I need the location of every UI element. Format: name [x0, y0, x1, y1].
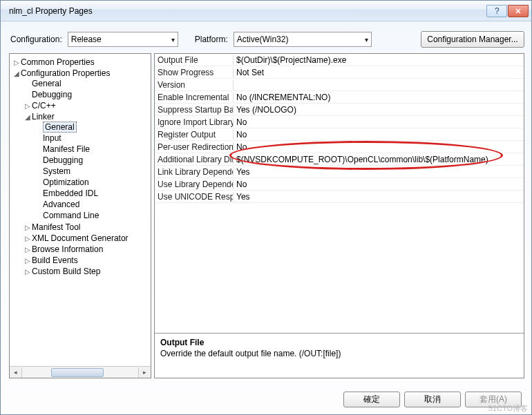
property-name: Use UNICODE Response Files: [155, 192, 234, 202]
property-value[interactable]: $(NVSDKCOMPUTE_ROOT)\OpenCL\common\lib\$…: [234, 155, 524, 164]
property-grid-panel: Output File$(OutDir)\$(ProjectName).exeS…: [154, 53, 524, 378]
tree-item-label: General: [32, 79, 61, 88]
property-row[interactable]: Output File$(OutDir)\$(ProjectName).exe: [155, 54, 524, 66]
expand-icon[interactable]: ▷: [25, 268, 32, 276]
tree-item[interactable]: General: [35, 122, 146, 133]
property-row[interactable]: Additional Library Directories$(NVSDKCOM…: [155, 153, 524, 166]
tree-item-label: Build Events: [32, 255, 78, 265]
property-value[interactable]: Yes: [234, 167, 524, 177]
property-row[interactable]: Suppress Startup BannerYes (/NOLOGO): [155, 104, 524, 116]
tree-item[interactable]: ▷Build Events: [23, 255, 148, 266]
tree-item[interactable]: Advanced: [35, 199, 146, 210]
expand-icon[interactable]: ▷: [25, 224, 32, 231]
tree-item-label: Debugging: [43, 155, 83, 165]
property-value[interactable]: Yes (/NOLOGO): [234, 105, 524, 115]
expand-icon[interactable]: ◢: [14, 70, 21, 77]
expand-icon[interactable]: ▷: [25, 246, 32, 253]
configuration-value: Release: [71, 35, 102, 44]
description-pane: Output File Override the default output …: [155, 333, 524, 378]
expand-icon[interactable]: ◢: [25, 113, 32, 121]
tree-item[interactable]: ▷C/C++: [23, 100, 148, 111]
property-value[interactable]: Yes: [234, 192, 524, 202]
tree-panel: ▷Common Properties◢Configuration Propert…: [9, 53, 151, 378]
scroll-left-button[interactable]: ◂: [10, 367, 21, 378]
tree-item[interactable]: Manifest File: [35, 144, 146, 155]
property-tree[interactable]: ▷Common Properties◢Configuration Propert…: [10, 54, 151, 366]
cancel-button[interactable]: 取消: [404, 392, 461, 407]
ok-button[interactable]: 確定: [343, 392, 400, 407]
tree-item-label: Manifest Tool: [32, 222, 80, 232]
tree-item-label: Custom Build Step: [32, 267, 100, 276]
tree-item-label: Browse Information: [32, 244, 103, 254]
platform-select[interactable]: Active(Win32) ▾: [234, 32, 372, 47]
tree-item[interactable]: ▷Manifest Tool: [23, 222, 148, 233]
property-row[interactable]: Register OutputNo: [155, 128, 524, 141]
property-row[interactable]: Use Library Dependency InputsNo: [155, 178, 524, 191]
configuration-label: Configuration:: [10, 35, 62, 44]
tree-item-label: Common Properties: [21, 57, 95, 67]
tree-item-label: Optimization: [43, 177, 89, 187]
window-title: nlm_cl Property Pages: [3, 6, 486, 16]
property-name: Show Progress: [155, 68, 234, 77]
tree-item[interactable]: Debugging: [23, 89, 148, 100]
svg-text:?: ?: [495, 8, 500, 15]
tree-item[interactable]: General: [23, 78, 148, 89]
property-name: Use Library Dependency Inputs: [155, 180, 234, 189]
tree-item[interactable]: ▷XML Document Generator: [23, 233, 148, 244]
tree-item[interactable]: ▷Browse Information: [23, 244, 148, 255]
description-text: Override the default output file name. (…: [160, 349, 518, 358]
close-button[interactable]: [508, 5, 529, 17]
tree-item[interactable]: System: [35, 166, 146, 177]
tree-item[interactable]: ◢Configuration PropertiesGeneralDebuggin…: [12, 68, 149, 278]
scroll-track[interactable]: [21, 367, 139, 378]
titlebar[interactable]: nlm_cl Property Pages ?: [1, 1, 531, 21]
property-name: Output File: [155, 55, 234, 65]
property-row[interactable]: Per-user RedirectionNo: [155, 141, 524, 153]
dialog-footer: 確定 取消 套用(A): [1, 384, 531, 414]
tree-item-label: Command Line: [43, 211, 99, 220]
property-value[interactable]: No (/INCREMENTAL:NO): [234, 93, 524, 102]
tree-item[interactable]: Debugging: [35, 155, 146, 166]
scroll-right-button[interactable]: ▸: [139, 367, 151, 378]
property-grid[interactable]: Output File$(OutDir)\$(ProjectName).exeS…: [155, 54, 524, 333]
tree-item[interactable]: Optimization: [35, 177, 146, 188]
configuration-manager-button[interactable]: Configuration Manager...: [421, 31, 524, 48]
expand-icon[interactable]: ▷: [25, 257, 32, 264]
property-value[interactable]: No: [234, 130, 524, 139]
tree-item[interactable]: ◢LinkerGeneralInputManifest FileDebuggin…: [23, 111, 148, 222]
configuration-select[interactable]: Release ▾: [68, 32, 178, 47]
help-button[interactable]: ?: [486, 5, 507, 17]
property-name: Register Output: [155, 130, 234, 139]
tree-item[interactable]: ▷Custom Build Step: [23, 266, 148, 277]
property-value[interactable]: No: [234, 142, 524, 152]
tree-item[interactable]: ▷Common Properties: [12, 57, 149, 68]
tree-item[interactable]: Input: [35, 133, 146, 144]
tree-item-label: Configuration Properties: [21, 68, 110, 78]
property-name: Link Library Dependencies: [155, 167, 234, 177]
expand-icon[interactable]: ▷: [25, 235, 32, 242]
scroll-thumb[interactable]: [51, 368, 104, 377]
property-row[interactable]: Enable IncrementalNo (/INCREMENTAL:NO): [155, 91, 524, 104]
property-value[interactable]: No: [234, 180, 524, 189]
chevron-down-icon: ▾: [365, 36, 368, 44]
expand-icon[interactable]: ▷: [25, 102, 32, 110]
tree-item-label: Embedded IDL: [43, 189, 98, 198]
config-row: Configuration: Release ▾ Platform: Activ…: [1, 21, 531, 53]
horizontal-scrollbar[interactable]: ◂ ▸: [10, 366, 151, 378]
tree-item[interactable]: Command Line: [35, 210, 146, 221]
property-value[interactable]: No: [234, 117, 524, 127]
expand-icon[interactable]: ▷: [14, 59, 21, 66]
property-row[interactable]: Show ProgressNot Set: [155, 66, 524, 79]
property-value[interactable]: $(OutDir)\$(ProjectName).exe: [234, 55, 524, 65]
property-row[interactable]: Version: [155, 79, 524, 91]
property-row[interactable]: Ignore Import LibraryNo: [155, 116, 524, 128]
platform-value: Active(Win32): [237, 35, 289, 44]
property-row[interactable]: Use UNICODE Response FilesYes: [155, 191, 524, 203]
property-name: Version: [155, 80, 234, 90]
description-title: Output File: [160, 338, 518, 347]
property-value[interactable]: Not Set: [234, 68, 524, 77]
property-row[interactable]: Link Library DependenciesYes: [155, 166, 524, 178]
property-name: Additional Library Directories: [155, 155, 234, 164]
tree-item[interactable]: Embedded IDL: [35, 188, 146, 199]
tree-item-label: Linker: [32, 112, 55, 122]
